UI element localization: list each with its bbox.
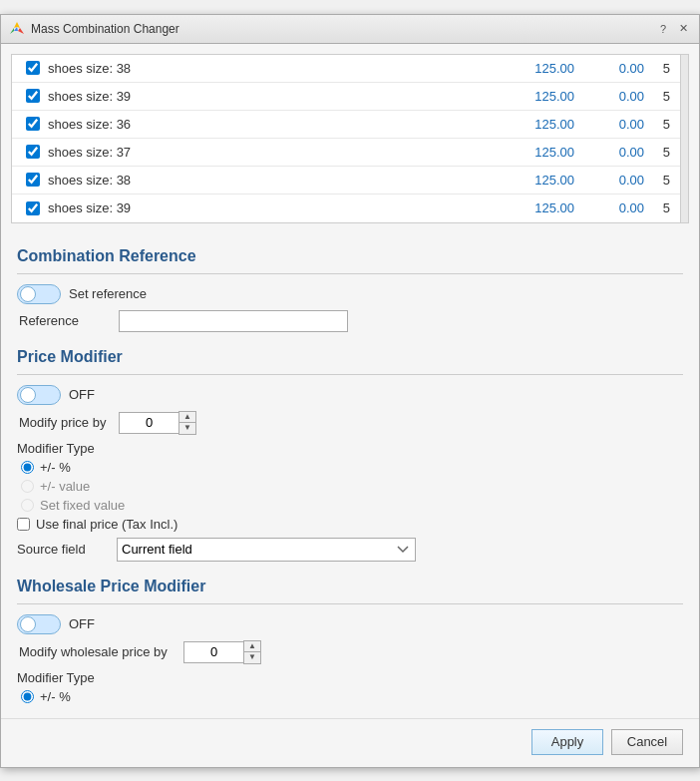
source-field-row: Source field Current field — [17, 538, 683, 562]
row-check-0 — [18, 61, 48, 75]
modify-price-input[interactable]: 0 — [119, 412, 178, 434]
modify-price-row: Modify price by 0 ▲ ▼ — [17, 411, 683, 435]
price-modifier-toggle[interactable] — [17, 385, 61, 405]
row-val3-4: 5 — [644, 173, 674, 188]
set-reference-toggle[interactable] — [17, 284, 61, 304]
svg-marker-0 — [17, 22, 20, 28]
spinner-buttons-wholesale: ▲ ▼ — [243, 640, 261, 664]
row-val3-5: 5 — [644, 200, 674, 215]
modify-wholesale-label: Modify wholesale price by — [19, 644, 183, 659]
row-label-4: shoes size: 38 — [48, 173, 495, 188]
set-reference-row: Set reference — [17, 284, 683, 304]
price-modifier-state-label: OFF — [69, 387, 95, 402]
modifier-type-label-price: Modifier Type — [17, 441, 683, 456]
row-checkbox-5[interactable] — [26, 201, 40, 215]
row-check-1 — [18, 89, 48, 103]
set-reference-label: Set reference — [69, 286, 147, 301]
row-val2-5: 0.00 — [574, 200, 644, 215]
wholesale-toggle-row: OFF — [17, 614, 683, 634]
use-final-price-label: Use final price (Tax Incl.) — [36, 517, 177, 532]
table-row: shoes size: 39 125.00 0.00 5 — [12, 195, 680, 222]
wholesale-price-modifier-title: Wholesale Price Modifier — [17, 578, 683, 595]
row-checkbox-3[interactable] — [26, 145, 40, 159]
row-label-1: shoes size: 39 — [48, 89, 495, 104]
row-check-5 — [18, 201, 48, 215]
close-button[interactable]: ✕ — [675, 21, 691, 37]
row-val3-0: 5 — [644, 61, 674, 76]
row-val1-5: 125.00 — [495, 200, 574, 215]
row-val2-3: 0.00 — [574, 145, 644, 160]
row-label-0: shoes size: 38 — [48, 61, 495, 76]
row-val2-1: 0.00 — [574, 89, 644, 104]
radio-plus-minus-percent-input-wholesale[interactable] — [21, 690, 34, 703]
radio-plus-minus-percent-label-price: +/- % — [40, 460, 71, 475]
wholesale-toggle-state-label: OFF — [69, 616, 95, 631]
radio-plus-minus-value-price: +/- value — [17, 479, 683, 494]
help-button[interactable]: ? — [655, 21, 671, 37]
title-bar-left: Mass Combination Changer — [9, 21, 179, 37]
cancel-button[interactable]: Cancel — [611, 729, 683, 755]
table-body: shoes size: 38 125.00 0.00 5 shoes size:… — [12, 55, 680, 222]
spin-up-wholesale[interactable]: ▲ — [244, 641, 260, 652]
modifier-type-label-wholesale: Modifier Type — [17, 670, 683, 685]
spinner-buttons-price: ▲ ▼ — [178, 411, 196, 435]
main-window: Mass Combination Changer ? ✕ shoes size:… — [0, 14, 700, 768]
modify-wholesale-input[interactable] — [183, 641, 243, 663]
row-val2-4: 0.00 — [574, 173, 644, 188]
modify-price-label: Modify price by — [19, 415, 119, 430]
row-check-3 — [18, 145, 48, 159]
combination-reference-title: Combination Reference — [17, 247, 683, 265]
use-final-price-row: Use final price (Tax Incl.) — [17, 517, 683, 532]
modify-price-spinner: 0 ▲ ▼ — [119, 411, 196, 435]
row-label-5: shoes size: 39 — [48, 200, 495, 215]
row-label-2: shoes size: 36 — [48, 117, 495, 132]
row-val3-1: 5 — [644, 89, 674, 104]
toggle-knob-wholesale — [20, 616, 36, 632]
use-final-price-checkbox[interactable] — [17, 518, 30, 531]
apply-button[interactable]: Apply — [531, 729, 603, 755]
form-area: Combination Reference Set reference Refe… — [1, 223, 699, 718]
source-field-dropdown[interactable]: Current field — [117, 538, 416, 562]
row-val1-3: 125.00 — [495, 145, 574, 160]
row-checkbox-0[interactable] — [26, 61, 40, 75]
row-check-4 — [18, 173, 48, 187]
table-container: shoes size: 38 125.00 0.00 5 shoes size:… — [11, 54, 689, 223]
price-modifier-toggle-row: OFF — [17, 385, 683, 405]
radio-plus-minus-percent-input-price[interactable] — [21, 461, 34, 474]
divider-1 — [17, 273, 683, 274]
wholesale-toggle[interactable] — [17, 614, 61, 634]
row-val1-4: 125.00 — [495, 173, 574, 188]
spin-down-wholesale[interactable]: ▼ — [244, 652, 260, 663]
radio-plus-minus-percent-wholesale: +/- % — [17, 689, 683, 704]
row-label-3: shoes size: 37 — [48, 145, 495, 160]
table-row: shoes size: 38 125.00 0.00 5 — [12, 167, 680, 195]
table-row: shoes size: 37 125.00 0.00 5 — [12, 139, 680, 167]
spin-down-price[interactable]: ▼ — [179, 423, 195, 434]
row-val1-1: 125.00 — [495, 89, 574, 104]
row-val3-2: 5 — [644, 117, 674, 132]
title-bar: Mass Combination Changer ? ✕ — [1, 15, 699, 44]
radio-set-fixed-price: Set fixed value — [17, 498, 683, 513]
radio-set-fixed-input-price[interactable] — [21, 499, 34, 512]
row-val3-3: 5 — [644, 145, 674, 160]
spin-up-price[interactable]: ▲ — [179, 412, 195, 423]
table-row: shoes size: 38 125.00 0.00 5 — [12, 55, 680, 83]
radio-plus-minus-value-input-price[interactable] — [21, 480, 34, 493]
row-val2-0: 0.00 — [574, 61, 644, 76]
reference-input[interactable] — [119, 310, 348, 332]
row-val1-0: 125.00 — [495, 61, 574, 76]
reference-label: Reference — [19, 313, 119, 328]
row-checkbox-4[interactable] — [26, 173, 40, 187]
reference-field-row: Reference — [17, 310, 683, 332]
button-bar: Apply Cancel — [1, 718, 699, 767]
row-checkbox-1[interactable] — [26, 89, 40, 103]
table-scroll-area[interactable]: shoes size: 38 125.00 0.00 5 shoes size:… — [12, 55, 680, 222]
scrollbar[interactable] — [680, 55, 688, 222]
svg-marker-4 — [14, 22, 17, 28]
window-title: Mass Combination Changer — [31, 22, 179, 36]
title-bar-controls: ? ✕ — [655, 21, 691, 37]
row-checkbox-2[interactable] — [26, 117, 40, 131]
svg-marker-1 — [18, 28, 24, 34]
radio-plus-minus-value-label-price: +/- value — [40, 479, 90, 494]
modify-wholesale-spinner: ▲ ▼ — [183, 640, 261, 664]
